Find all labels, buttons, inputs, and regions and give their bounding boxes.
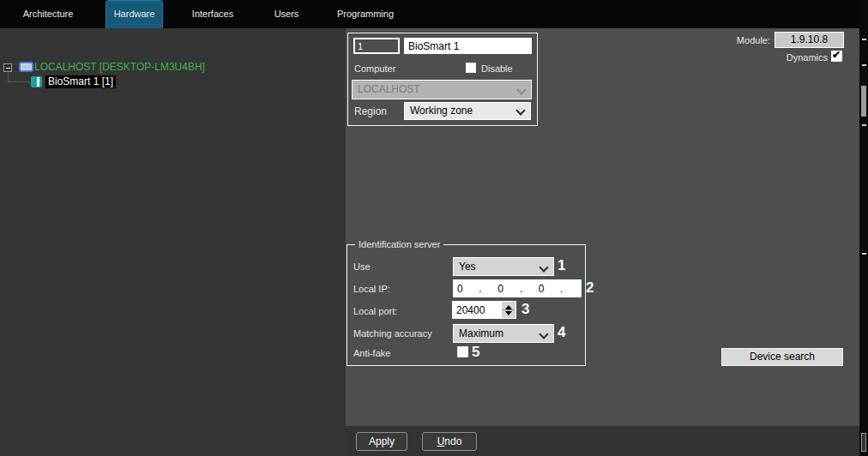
device-tree-panel: LOCALHOST [DESKTOP-LM3U4BH] BioSmart 1 [… bbox=[0, 28, 346, 456]
splitter-dash bbox=[862, 64, 866, 66]
computer-select[interactable]: LOCALHOST bbox=[352, 80, 532, 99]
undo-button[interactable]: Undo bbox=[422, 432, 477, 451]
undo-rest: ndo bbox=[444, 435, 461, 447]
use-select[interactable]: Yes bbox=[453, 257, 554, 276]
tab-users[interactable]: Users bbox=[262, 0, 310, 28]
disable-label: Disable bbox=[481, 63, 513, 74]
right-splitter[interactable] bbox=[859, 0, 868, 456]
dynamics-checkbox[interactable]: ✔ bbox=[831, 51, 842, 62]
chevron-down-icon bbox=[515, 105, 525, 115]
use-select-value: Yes bbox=[459, 261, 476, 273]
annotation-4: 4 bbox=[558, 324, 565, 341]
port-spinner[interactable] bbox=[501, 301, 516, 319]
computer-select-value: LOCALHOST bbox=[358, 83, 420, 95]
annotation-1: 1 bbox=[558, 257, 565, 274]
local-port-field[interactable] bbox=[452, 301, 501, 319]
splitter-dash bbox=[862, 124, 866, 126]
annotation-2: 2 bbox=[586, 279, 594, 297]
local-port-label: Local port: bbox=[353, 306, 397, 316]
chevron-down-icon bbox=[539, 262, 548, 272]
tree-item-localhost[interactable]: LOCALHOST [DESKTOP-LM3U4BH] bbox=[34, 62, 205, 73]
use-label: Use bbox=[353, 261, 371, 272]
splitter-bottom-handle bbox=[861, 433, 866, 452]
splitter-dash bbox=[862, 39, 866, 40]
device-search-button[interactable]: Device search bbox=[721, 348, 843, 366]
splitter-dash bbox=[862, 253, 866, 255]
chevron-down-icon bbox=[539, 329, 548, 339]
local-ip-field[interactable] bbox=[453, 279, 582, 297]
tab-interfaces[interactable]: Interfaces bbox=[182, 0, 244, 28]
device-name-field[interactable] bbox=[404, 38, 532, 54]
top-nav-bar: Architecture Hardware Interfaces Users P… bbox=[0, 0, 868, 28]
spinner-divider bbox=[503, 309, 515, 310]
spinner-down-icon[interactable] bbox=[505, 311, 512, 315]
computer-label: Computer bbox=[354, 63, 395, 74]
matching-accuracy-select[interactable]: Maximum bbox=[453, 324, 554, 343]
tree-item-biosmart[interactable]: BioSmart 1 [1] bbox=[45, 75, 116, 88]
undo-mnemonic: U bbox=[437, 435, 445, 447]
biosmart-device-icon bbox=[31, 76, 42, 87]
chevron-down-icon bbox=[516, 85, 526, 94]
tree-expander-minus-icon[interactable] bbox=[3, 63, 12, 72]
region-select-value: Working zone bbox=[410, 105, 473, 117]
region-label: Region bbox=[354, 106, 387, 117]
dynamics-label: Dynamics bbox=[763, 52, 828, 63]
right-scrollbar-thumb[interactable] bbox=[861, 86, 866, 117]
matching-accuracy-value: Maximum bbox=[459, 327, 503, 339]
module-label: Module: bbox=[712, 35, 770, 45]
tab-architecture[interactable]: Architecture bbox=[14, 0, 82, 28]
anti-fake-checkbox[interactable] bbox=[457, 346, 468, 357]
anti-fake-label: Anti-fake bbox=[353, 348, 390, 358]
disable-checkbox[interactable] bbox=[466, 63, 476, 73]
module-version-value: 1.9.10.8 bbox=[775, 32, 844, 48]
region-select[interactable]: Working zone bbox=[404, 102, 531, 120]
checkmark-icon: ✔ bbox=[832, 50, 842, 60]
identification-server-title: Identification server bbox=[355, 239, 443, 249]
computer-icon bbox=[19, 62, 33, 72]
matching-accuracy-label: Matching accuracy bbox=[353, 328, 432, 339]
tab-programming[interactable]: Programming bbox=[331, 0, 400, 28]
device-id-field[interactable] bbox=[353, 38, 400, 54]
apply-button[interactable]: Apply bbox=[356, 432, 407, 451]
annotation-3: 3 bbox=[521, 301, 529, 318]
tab-hardware[interactable]: Hardware bbox=[105, 0, 163, 28]
tree-connector-horizontal bbox=[9, 81, 29, 82]
local-ip-label: Local IP: bbox=[353, 284, 390, 294]
annotation-5: 5 bbox=[472, 344, 479, 361]
